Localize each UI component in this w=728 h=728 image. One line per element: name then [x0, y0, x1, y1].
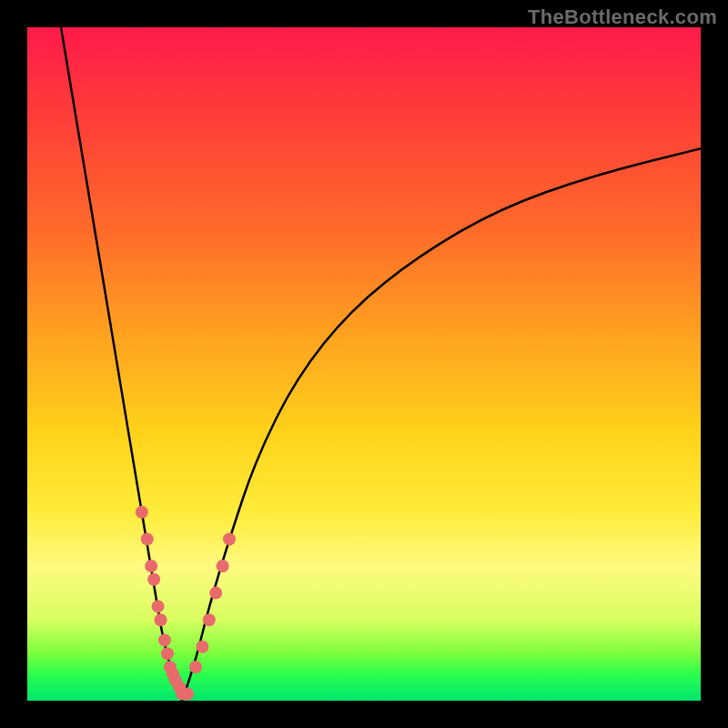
scatter-dot [155, 613, 167, 626]
scatter-group [136, 506, 236, 701]
scatter-dot [223, 532, 236, 545]
scatter-dot [147, 573, 160, 586]
right-curve [182, 148, 701, 701]
scatter-dot [158, 633, 171, 646]
chart-frame: TheBottleneck.com [0, 0, 728, 728]
left-curve [61, 27, 182, 701]
scatter-dot [189, 661, 202, 673]
scatter-dot [196, 641, 208, 653]
watermark-text: TheBottleneck.com [528, 5, 717, 29]
scatter-dot [161, 647, 174, 660]
scatter-dot [209, 587, 222, 600]
scatter-dot [141, 532, 154, 545]
scatter-dot [203, 613, 216, 626]
scatter-dot [145, 560, 157, 572]
scatter-dot [181, 688, 194, 701]
scatter-dot [217, 560, 229, 572]
scatter-dot [152, 600, 165, 612]
chart-svg [27, 27, 701, 701]
scatter-dot [136, 506, 148, 519]
plot-area [27, 27, 701, 701]
